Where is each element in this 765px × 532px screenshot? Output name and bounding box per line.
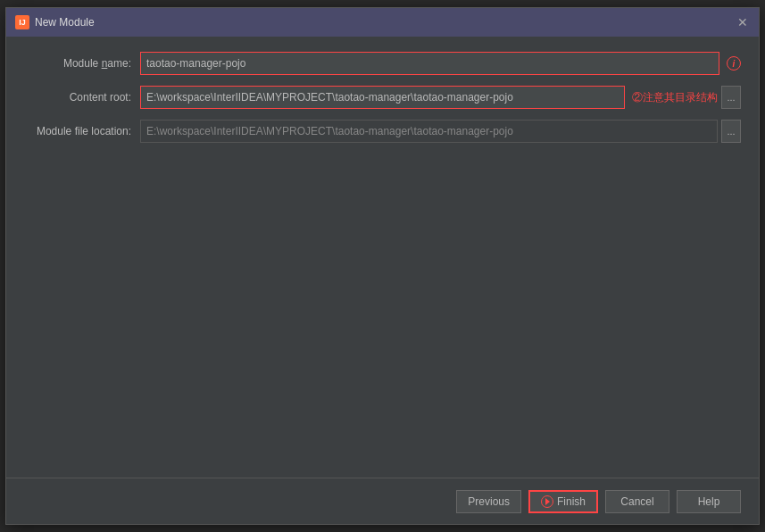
close-button[interactable]: ✕ xyxy=(736,15,750,29)
title-bar: IJ New Module ✕ xyxy=(6,8,759,37)
module-file-input-wrapper: ... xyxy=(140,120,741,143)
finish-icon xyxy=(541,495,553,508)
finish-button[interactable]: Finish xyxy=(528,490,598,513)
module-name-info-icon: i xyxy=(727,56,741,71)
module-file-browse-button[interactable]: ... xyxy=(721,120,741,143)
app-icon: IJ xyxy=(15,15,29,29)
module-file-input[interactable] xyxy=(140,120,718,143)
content-root-row: Content root: ②注意其目录结构 ... xyxy=(24,85,741,110)
help-button[interactable]: Help xyxy=(677,490,741,513)
dialog-footer: Previous Finish Cancel Help xyxy=(6,478,759,524)
module-file-label: Module file location: xyxy=(24,125,140,137)
module-name-input-wrapper: i xyxy=(140,52,741,75)
dialog-title: New Module xyxy=(35,16,95,29)
module-name-input[interactable] xyxy=(140,52,719,75)
content-root-input[interactable] xyxy=(140,86,625,109)
content-spacer xyxy=(24,153,741,463)
module-name-label: Module name: xyxy=(24,57,140,70)
previous-button[interactable]: Previous xyxy=(456,490,521,513)
module-file-row: Module file location: ... xyxy=(24,119,741,144)
title-bar-left: IJ New Module xyxy=(15,15,95,29)
dialog-content: Module name: i Content root: ②注意其目录结构 ..… xyxy=(6,37,759,478)
content-root-browse-button[interactable]: ... xyxy=(721,86,741,109)
content-root-input-wrapper: ②注意其目录结构 ... xyxy=(140,86,741,109)
content-root-annotation: ②注意其目录结构 xyxy=(632,90,718,105)
module-name-row: Module name: i xyxy=(24,51,741,76)
cancel-button[interactable]: Cancel xyxy=(605,490,669,513)
content-root-label: Content root: xyxy=(24,91,140,104)
new-module-dialog: IJ New Module ✕ Module name: i Content r… xyxy=(5,7,760,525)
